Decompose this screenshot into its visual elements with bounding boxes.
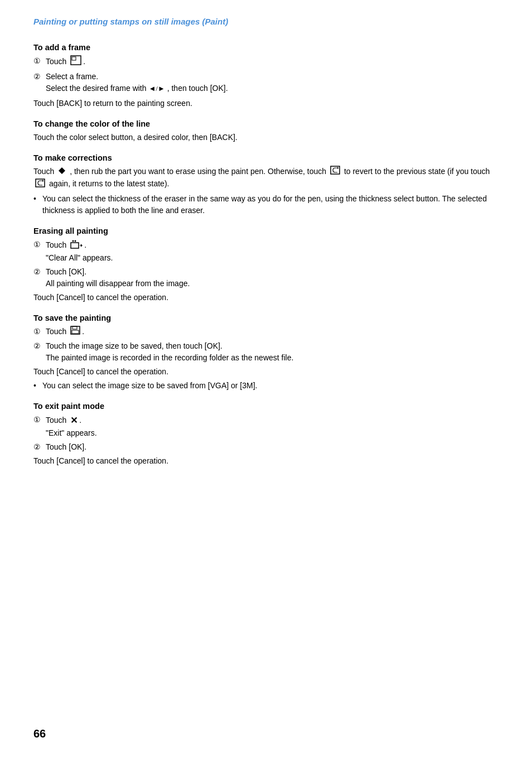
section-heading-make-corrections: To make corrections: [33, 153, 499, 162]
corrections-part1-label: Touch: [33, 167, 54, 176]
image-size-bullet-label: You can select the image size to be save…: [42, 380, 257, 392]
svg-rect-12: [72, 330, 79, 334]
all-painting-disappear: All painting will disappear from the ima…: [46, 278, 499, 290]
step-content: Touch . "Clear All" appears.: [46, 239, 499, 264]
select-desired-frame-label: Select the desired frame with: [46, 84, 147, 93]
svg-rect-3: [331, 166, 340, 174]
cancel-operation-note: Touch [Cancel] to cancel the operation.: [33, 292, 499, 303]
corrections-bullet-label: You can select the thickness of the eras…: [42, 193, 499, 216]
then-touch-ok-label: , then touch [OK].: [167, 84, 228, 93]
section-erasing-all: Erasing all painting ① Touch . "Clear Al…: [33, 226, 499, 303]
image-size-bullet: • You can select the image size to be sa…: [33, 380, 499, 392]
step-content: Touch [OK]. All painting will disappear …: [46, 266, 499, 290]
section-heading-add-frame: To add a frame: [33, 43, 499, 52]
step-num: ②: [33, 340, 46, 352]
step-add-frame-2: ② Select a frame. Select the desired fra…: [33, 71, 499, 95]
touch-ok-label: Touch [OK].: [46, 267, 86, 276]
page-number: 66: [33, 727, 46, 740]
note-back-return: Touch [BACK] to return to the painting s…: [33, 98, 499, 109]
step-save-1: ① Touch .: [33, 326, 499, 338]
cancel-operation-label-2: Touch [Cancel] to cancel the operation.: [33, 367, 168, 376]
step-num: ②: [33, 441, 46, 453]
step-erase-1: ① Touch . "Clear All" appears.: [33, 239, 499, 264]
step-save-2: ② Touch the image size to be saved, then…: [33, 340, 499, 364]
select-frame-label: Select a frame.: [46, 72, 98, 81]
corrections-body: Touch , then rub the part you want to er…: [33, 166, 499, 191]
x-icon: ✕: [70, 414, 78, 427]
undo-icon: [330, 166, 340, 178]
touch-label: Touch: [46, 240, 66, 249]
step-num: ①: [33, 326, 46, 337]
change-color-body-label: Touch the color select button, a desired…: [33, 133, 238, 142]
section-add-frame: To add a frame ① Touch . ② Select a fram…: [33, 43, 499, 109]
touch-label: Touch: [46, 57, 66, 66]
section-heading-erasing-all: Erasing all painting: [33, 226, 499, 235]
step-sub: Select the desired frame with ◄/► , then…: [46, 83, 499, 94]
exit-appears: "Exit" appears.: [46, 427, 499, 439]
frame-icon: [70, 55, 81, 69]
step-content: Touch the image size to be saved, then t…: [46, 340, 499, 364]
svg-point-7: [72, 240, 74, 242]
touch-image-size-label: Touch the image size to be saved, then t…: [46, 341, 223, 350]
corrections-part3-label: to revert to the previous state (if you …: [344, 167, 490, 176]
step-exit-2: ② Touch [OK].: [33, 441, 499, 453]
svg-rect-5: [36, 179, 45, 187]
undo-icon-2: [35, 179, 45, 191]
section-exit-paint: To exit paint mode ① Touch ✕. "Exit" app…: [33, 402, 499, 467]
section-heading-save-painting: To save the painting: [33, 314, 499, 322]
page-title: Painting or putting stamps on still imag…: [33, 17, 499, 26]
change-color-body: Touch the color select button, a desired…: [33, 132, 499, 143]
step-num: ②: [33, 71, 46, 83]
section-change-color: To change the color of the line Touch th…: [33, 119, 499, 143]
corrections-part2-label: , then rub the part you want to erase us…: [70, 167, 326, 176]
step-num: ①: [33, 414, 46, 426]
save-icon: [70, 326, 80, 338]
step-exit-1: ① Touch ✕. "Exit" appears.: [33, 414, 499, 439]
clear-all-appears: "Clear All" appears.: [46, 252, 499, 264]
svg-rect-1: [72, 57, 76, 60]
section-save-painting: To save the painting ① Touch . ② Touch t…: [33, 314, 499, 392]
painted-image-recorded: The painted image is recorded in the rec…: [46, 352, 499, 364]
corrections-bullet: • You can select the thickness of the er…: [33, 193, 499, 216]
cancel-operation-label-3: Touch [Cancel] to cancel the operation.: [33, 456, 168, 465]
step-content: Touch .: [46, 55, 499, 69]
touch-ok-label-2: Touch [OK].: [46, 442, 86, 451]
step-num: ①: [33, 239, 46, 250]
bullet-symbol: •: [33, 193, 42, 205]
cancel-operation-note-3: Touch [Cancel] to cancel the operation.: [33, 455, 499, 467]
cancel-operation-note-2: Touch [Cancel] to cancel the operation.: [33, 366, 499, 378]
svg-point-8: [75, 240, 76, 242]
step-content: Touch ✕. "Exit" appears.: [46, 414, 499, 439]
step-content: Select a frame. Select the desired frame…: [46, 71, 499, 95]
svg-marker-4: [337, 167, 339, 169]
svg-rect-9: [71, 243, 79, 248]
step-add-frame-1: ① Touch .: [33, 55, 499, 69]
svg-marker-6: [42, 180, 44, 182]
corrections-part4-label: again, it returns to the latest state).: [49, 179, 170, 188]
section-heading-change-color: To change the color of the line: [33, 119, 499, 128]
cancel-operation-label: Touch [Cancel] to cancel the operation.: [33, 293, 168, 302]
touch-label: Touch: [46, 327, 66, 336]
step-content: Touch [OK].: [46, 441, 499, 453]
step-num: ②: [33, 266, 46, 278]
step-content: Touch .: [46, 326, 499, 338]
touch-label: Touch: [46, 416, 66, 425]
step-erase-2: ② Touch [OK]. All painting will disappea…: [33, 266, 499, 290]
bullet-symbol: •: [33, 380, 42, 392]
svg-marker-2: [59, 167, 65, 174]
section-make-corrections: To make corrections Touch , then rub the…: [33, 153, 499, 216]
section-heading-exit-paint: To exit paint mode: [33, 402, 499, 411]
diamond-icon: [58, 166, 66, 178]
arrow-icon: ◄/►: [148, 84, 165, 93]
clear-all-icon: [70, 239, 83, 252]
step-num: ①: [33, 55, 46, 67]
back-return-label: Touch [BACK] to return to the painting s…: [33, 99, 192, 108]
